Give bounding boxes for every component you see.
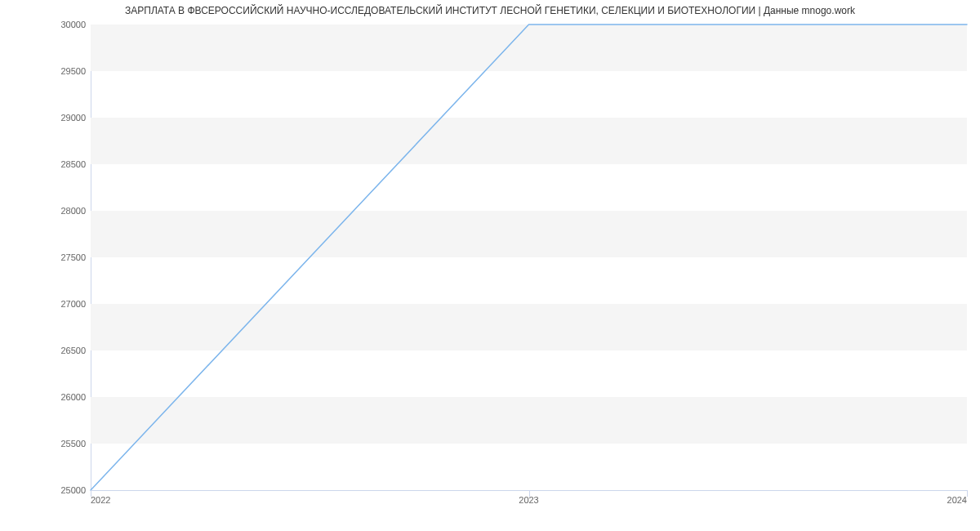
chart-container: ЗАРПЛАТА В ФВСЕРОССИЙСКИЙ НАУЧНО-ИССЛЕДО… — [0, 0, 980, 531]
y-tick-label: 25000 — [20, 485, 86, 495]
y-tick-label: 26500 — [20, 346, 86, 355]
x-tick-label: 2024 — [947, 495, 967, 505]
x-tick-label: 2022 — [91, 495, 110, 505]
y-tick-label: 30000 — [20, 20, 86, 29]
x-tick-label: 2023 — [519, 495, 538, 505]
y-tick-label: 28500 — [20, 159, 86, 169]
line-series — [91, 25, 967, 490]
y-tick-label: 29000 — [20, 113, 86, 123]
y-tick-label: 27500 — [20, 252, 86, 262]
chart-title: ЗАРПЛАТА В ФВСЕРОССИЙСКИЙ НАУЧНО-ИССЛЕДО… — [0, 5, 980, 16]
y-tick-label: 27000 — [20, 299, 86, 309]
y-tick-label: 25500 — [20, 439, 86, 448]
y-tick-label: 26000 — [20, 392, 86, 402]
plot-area — [91, 25, 967, 490]
x-tick-mark — [967, 490, 968, 497]
y-tick-label: 29500 — [20, 66, 86, 76]
y-tick-label: 28000 — [20, 206, 86, 216]
